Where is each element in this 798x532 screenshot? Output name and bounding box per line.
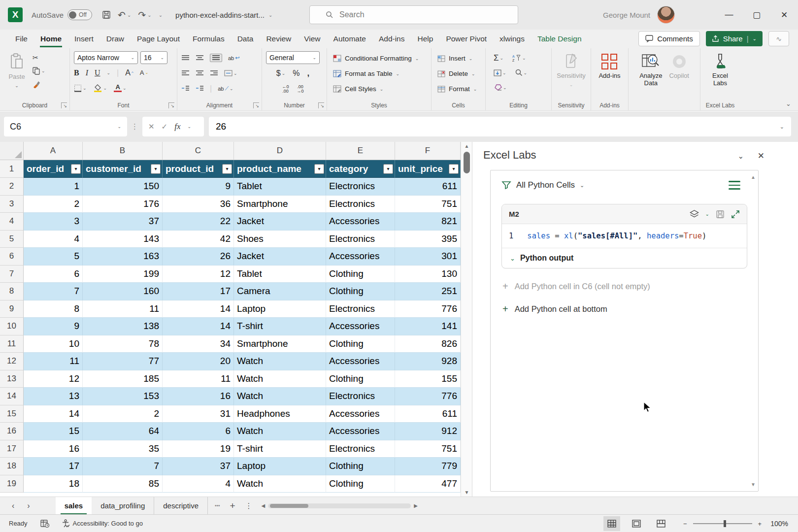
python-code-line[interactable]: sales = xl("sales[#All]", headers=True): [527, 232, 706, 240]
expand-formula-bar-icon[interactable]: ⌄: [780, 124, 784, 130]
comments-button[interactable]: Comments: [638, 31, 700, 46]
cell-F14[interactable]: 776: [395, 388, 461, 405]
cell-B9[interactable]: 11: [83, 300, 163, 318]
cell-D6[interactable]: Jacket: [234, 248, 326, 266]
sheet-tab-descriptive[interactable]: descriptive: [154, 497, 208, 515]
cell-C9[interactable]: 14: [163, 300, 234, 318]
cell-F19[interactable]: 477: [395, 475, 461, 493]
cell-B8[interactable]: 160: [83, 283, 163, 300]
sensitivity-button[interactable]: Sensitivity⌄: [557, 51, 586, 87]
cell-B7[interactable]: 199: [83, 266, 163, 283]
align-left-icon[interactable]: [181, 70, 190, 76]
copy-button[interactable]: ⌄: [33, 66, 45, 75]
expand-cell-icon[interactable]: [731, 210, 740, 219]
cell-C6[interactable]: 26: [163, 248, 234, 266]
clipboard-dialog-launcher-icon[interactable]: ↘: [61, 102, 67, 108]
fill-color-button[interactable]: ⌄: [94, 84, 107, 92]
page-layout-view-button[interactable]: [628, 516, 645, 531]
avatar[interactable]: [657, 6, 675, 24]
cell-E4[interactable]: Accessories: [326, 213, 395, 231]
cell-B18[interactable]: 7: [83, 458, 163, 475]
percent-format-button[interactable]: %: [293, 69, 299, 78]
decrease-decimal-button[interactable]: .00→0: [297, 85, 304, 94]
row-header-5[interactable]: 5: [0, 231, 24, 248]
search-input[interactable]: Search: [309, 5, 518, 24]
cell-C7[interactable]: 12: [163, 266, 234, 283]
cell-E7[interactable]: Clothing: [326, 266, 395, 283]
row-header-10[interactable]: 10: [0, 318, 24, 335]
delete-cells-button[interactable]: Delete⌄: [437, 66, 481, 81]
add-sheet-icon[interactable]: +: [230, 500, 235, 511]
row-header-17[interactable]: 17: [0, 440, 24, 458]
cell-D17[interactable]: T-shirt: [234, 440, 326, 458]
filter-button-product_id[interactable]: ▾: [222, 164, 232, 174]
filter-button-category[interactable]: ▾: [383, 164, 393, 174]
cell-A19[interactable]: 18: [24, 475, 83, 493]
cell-E19[interactable]: Clothing: [326, 475, 395, 493]
cell-E18[interactable]: Clothing: [326, 458, 395, 475]
cell-C11[interactable]: 34: [163, 335, 234, 353]
cell-A2[interactable]: 1: [24, 178, 83, 196]
cell-E15[interactable]: Accessories: [326, 405, 395, 423]
cell-A15[interactable]: 14: [24, 405, 83, 423]
cell-E16[interactable]: Accessories: [326, 423, 395, 440]
column-header-A[interactable]: A: [24, 142, 83, 160]
column-header-D[interactable]: D: [234, 142, 326, 160]
cell-E12[interactable]: Accessories: [326, 353, 395, 370]
cell-A16[interactable]: 15: [24, 423, 83, 440]
zoom-out-icon[interactable]: −: [683, 520, 687, 528]
row-header-16[interactable]: 16: [0, 423, 24, 440]
menu-tab-home[interactable]: Home: [34, 31, 68, 47]
cell-B15[interactable]: 2: [83, 405, 163, 423]
cell-B6[interactable]: 163: [83, 248, 163, 266]
cell-B3[interactable]: 176: [83, 196, 163, 213]
cell-F17[interactable]: 751: [395, 440, 461, 458]
confirm-entry-icon[interactable]: ✓: [162, 122, 168, 131]
menu-tab-review[interactable]: Review: [260, 31, 298, 47]
cell-D15[interactable]: Headphones: [234, 405, 326, 423]
next-sheet-icon[interactable]: ›: [27, 501, 30, 510]
alignment-dialog-launcher-icon[interactable]: ↘: [253, 102, 259, 108]
comma-format-button[interactable]: ,: [307, 68, 309, 78]
conditional-formatting-button[interactable]: Conditional Formatting⌄: [333, 51, 427, 66]
cell-B2[interactable]: 150: [83, 178, 163, 196]
pane-collapse-icon[interactable]: ⌄: [737, 152, 744, 161]
cell-B14[interactable]: 153: [83, 388, 163, 405]
pane-menu-icon[interactable]: [729, 181, 740, 190]
cell-A4[interactable]: 3: [24, 213, 83, 231]
row-header-11[interactable]: 11: [0, 335, 24, 353]
menu-tab-add-ins[interactable]: Add-ins: [372, 31, 411, 47]
sheet-options-icon[interactable]: ⋮: [245, 501, 253, 510]
cell-C4[interactable]: 22: [163, 213, 234, 231]
cell-D8[interactable]: Camera: [234, 283, 326, 300]
pane-close-icon[interactable]: ✕: [758, 151, 765, 161]
cell-C18[interactable]: 37: [163, 458, 234, 475]
cell-D12[interactable]: Watch: [234, 353, 326, 370]
cell-A12[interactable]: 11: [24, 353, 83, 370]
stack-icon[interactable]: [690, 210, 699, 219]
cell-D7[interactable]: Tablet: [234, 266, 326, 283]
insert-function-icon[interactable]: fx: [174, 122, 180, 132]
merge-center-icon[interactable]: ⌄: [224, 70, 237, 76]
cell-A8[interactable]: 7: [24, 283, 83, 300]
table-header-customer_id[interactable]: customer_id▾: [83, 160, 163, 178]
cell-F8[interactable]: 251: [395, 283, 461, 300]
menu-tab-view[interactable]: View: [298, 31, 327, 47]
maximize-button[interactable]: ▢: [743, 0, 770, 30]
table-header-category[interactable]: category▾: [326, 160, 395, 178]
column-header-B[interactable]: B: [83, 142, 163, 160]
cell-C19[interactable]: 4: [163, 475, 234, 493]
menu-tab-insert[interactable]: Insert: [68, 31, 100, 47]
cell-E2[interactable]: Electronics: [326, 178, 395, 196]
row-header-18[interactable]: 18: [0, 458, 24, 475]
table-header-product_name[interactable]: product_name▾: [234, 160, 326, 178]
row-header-19[interactable]: 19: [0, 475, 24, 493]
cell-C3[interactable]: 36: [163, 196, 234, 213]
hscroll-thumb[interactable]: [270, 504, 308, 508]
cell-A3[interactable]: 2: [24, 196, 83, 213]
font-color-button[interactable]: A⌄: [114, 84, 127, 92]
add-python-cell-bottom-button[interactable]: + Add Python cell at bottom: [491, 291, 758, 314]
cell-F18[interactable]: 779: [395, 458, 461, 475]
format-as-table-button[interactable]: Format as Table⌄: [333, 66, 427, 81]
cell-E11[interactable]: Clothing: [326, 335, 395, 353]
